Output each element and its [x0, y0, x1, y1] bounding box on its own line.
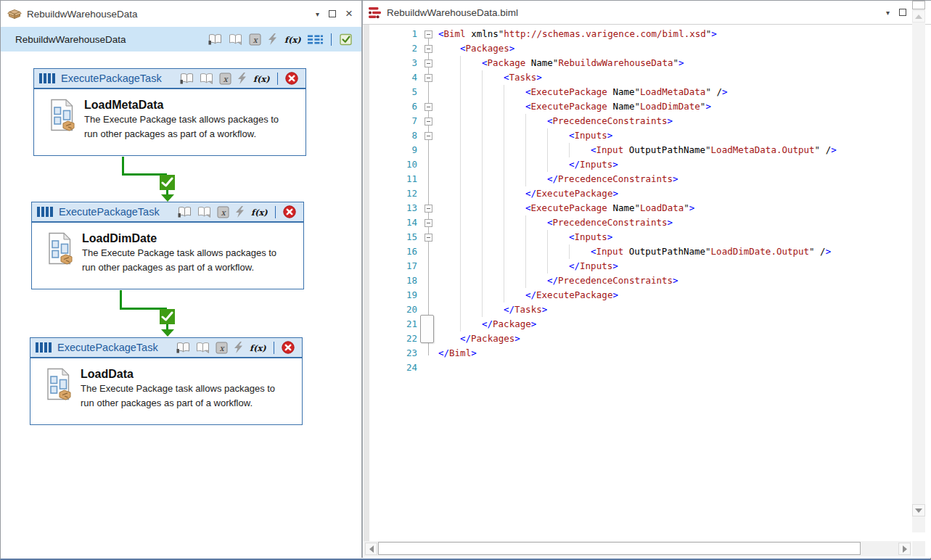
code-text[interactable]: <ExecutePackage Name"LoadData"> — [438, 201, 917, 215]
code-line[interactable]: 22</Packages> — [363, 332, 917, 346]
variable-x-icon[interactable]: x — [219, 73, 231, 85]
code-text[interactable]: <ExecutePackage Name"LoadMetaData" /> — [438, 85, 917, 99]
code-text[interactable]: <Tasks> — [438, 70, 917, 85]
code-text[interactable]: <PrecedenceConstraints> — [438, 114, 917, 128]
window-menu-icon[interactable]: ▾ — [316, 10, 319, 18]
code-line[interactable]: 2<Packages> — [363, 41, 917, 56]
code-text[interactable]: </PrecedenceConstraints> — [438, 172, 917, 186]
open-book-icon[interactable] — [208, 33, 222, 45]
delete-icon[interactable] — [282, 341, 295, 354]
code-line[interactable]: 5<ExecutePackage Name"LoadMetaData" /> — [363, 85, 917, 99]
collapse-box-icon[interactable] — [425, 30, 432, 38]
collapse-box-icon[interactable] — [425, 74, 432, 82]
splitter-handle[interactable] — [912, 1, 925, 9]
code-text[interactable]: </Package> — [438, 317, 917, 332]
delete-icon[interactable] — [283, 205, 296, 218]
code-line[interactable]: 9<Input OutputPathName"LoadMetaData.Outp… — [363, 143, 917, 157]
code-text[interactable]: </Inputs> — [438, 259, 917, 273]
code-text[interactable]: <Package Name"RebuildwWarehouseData"> — [438, 56, 917, 70]
code-line[interactable]: 11</PrecedenceConstraints> — [363, 172, 917, 186]
code-line[interactable]: 12</ExecutePackage> — [363, 186, 917, 201]
task-block-loaddata[interactable]: ExecutePackageTask x f(x) LoadData The E… — [30, 337, 303, 425]
collapse-box-icon[interactable] — [425, 234, 432, 242]
fold-margin[interactable] — [419, 41, 438, 56]
code-text[interactable]: <Inputs> — [438, 230, 917, 244]
code-text[interactable]: <ExecutePackage Name"LoadDimDate"> — [438, 99, 917, 114]
delete-icon[interactable] — [285, 72, 298, 85]
open-book-icon[interactable] — [180, 73, 194, 84]
code-line[interactable]: 10</Inputs> — [363, 157, 917, 172]
task-header[interactable]: ExecutePackageTask x f(x) — [32, 202, 303, 223]
lightning-icon[interactable] — [235, 206, 245, 218]
open-book-icon[interactable] — [176, 342, 190, 353]
fold-margin[interactable] — [419, 114, 438, 128]
fx-expression-icon[interactable]: f(x) — [249, 342, 266, 353]
vertical-scrollbar[interactable] — [912, 1, 925, 532]
collapse-box-icon[interactable] — [425, 45, 432, 53]
code-text[interactable]: </Packages> — [438, 332, 917, 346]
fold-margin[interactable] — [419, 201, 438, 215]
code-line[interactable]: 19</ExecutePackage> — [363, 288, 917, 302]
variable-x-icon[interactable]: x — [216, 342, 228, 354]
task-body[interactable]: LoadDimDate The Execute Package task all… — [32, 223, 303, 289]
code-line[interactable]: 16<Input OutputPathName"LoadDimDate.Outp… — [363, 244, 917, 259]
collapse-box-icon[interactable] — [425, 205, 432, 213]
task-block-loaddimdate[interactable]: ExecutePackageTask x f(x) LoadDimDate Th… — [31, 202, 304, 289]
code-text[interactable]: <Input OutputPathName"LoadMetaData.Outpu… — [438, 143, 917, 157]
code-line[interactable]: 6<ExecutePackage Name"LoadDimDate"> — [363, 99, 917, 114]
task-header[interactable]: ExecutePackageTask x f(x) — [34, 69, 305, 89]
variable-x-icon[interactable]: x — [249, 33, 261, 46]
horizontal-scroll-thumb[interactable] — [378, 542, 861, 555]
code-line[interactable]: 14<PrecedenceConstraints> — [363, 215, 917, 230]
drag-grip-icon[interactable] — [37, 207, 53, 217]
code-line[interactable]: 23</Biml> — [363, 346, 917, 361]
code-text[interactable]: </ExecutePackage> — [438, 186, 917, 201]
code-text[interactable]: <Input OutputPathName"LoadDimDate.Output… — [438, 244, 917, 259]
task-block-loadmetadata[interactable]: ExecutePackageTask x f(x) LoadMetaData T… — [33, 68, 306, 156]
fx-expression-icon[interactable]: f(x) — [284, 34, 301, 45]
code-line[interactable]: 1<Biml xmlns"http://schemas.varigence.co… — [363, 27, 917, 41]
scroll-left-icon[interactable] — [365, 543, 377, 555]
code-line[interactable]: 24 — [363, 361, 917, 375]
code-text[interactable]: <Packages> — [438, 41, 917, 56]
code-text[interactable]: </Biml> — [438, 346, 917, 361]
fold-margin[interactable] — [419, 56, 438, 70]
fold-margin[interactable] — [419, 230, 438, 244]
open-book-alt-icon[interactable] — [197, 206, 211, 218]
maximize-icon[interactable] — [899, 9, 906, 16]
collapse-box-icon[interactable] — [425, 103, 432, 111]
code-line[interactable]: 15<Inputs> — [363, 230, 917, 244]
code-line[interactable]: 7<PrecedenceConstraints> — [363, 114, 917, 128]
code-line[interactable]: 18</PrecedenceConstraints> — [363, 273, 917, 288]
code-text[interactable]: </PrecedenceConstraints> — [438, 273, 917, 288]
task-body[interactable]: LoadData The Execute Package task allows… — [30, 358, 302, 424]
dashed-lines-icon[interactable] — [308, 34, 323, 45]
scroll-down-icon[interactable] — [912, 504, 925, 516]
code-line[interactable]: 3<Package Name"RebuildwWarehouseData"> — [363, 56, 917, 70]
code-line[interactable]: 4<Tasks> — [363, 70, 917, 85]
code-text[interactable] — [438, 361, 917, 375]
code-text[interactable]: <Biml xmlns"http://schemas.varigence.com… — [438, 27, 917, 41]
fold-margin[interactable] — [419, 99, 438, 114]
code-text[interactable]: <PrecedenceConstraints> — [438, 215, 917, 230]
close-icon[interactable]: × — [345, 10, 353, 17]
fold-margin[interactable] — [419, 70, 438, 85]
collapse-box-icon[interactable] — [425, 219, 432, 227]
maximize-icon[interactable] — [329, 10, 336, 17]
code-line[interactable]: 8<Inputs> — [363, 128, 917, 143]
validate-check-icon[interactable] — [340, 33, 353, 46]
code-line[interactable]: 17</Inputs> — [363, 259, 917, 273]
fold-margin[interactable] — [419, 128, 438, 143]
fx-expression-icon[interactable]: f(x) — [253, 73, 270, 84]
variable-x-icon[interactable]: x — [217, 206, 229, 218]
open-book-alt-icon[interactable] — [229, 33, 242, 45]
open-book-icon[interactable] — [178, 206, 192, 218]
lightning-icon[interactable] — [234, 342, 243, 354]
drag-grip-icon[interactable] — [39, 73, 55, 83]
task-body[interactable]: LoadMetaData The Execute Package task al… — [34, 89, 305, 155]
fold-margin[interactable] — [419, 27, 438, 41]
open-book-alt-icon[interactable] — [196, 342, 210, 353]
code-text[interactable]: <Inputs> — [438, 128, 917, 143]
fx-expression-icon[interactable]: f(x) — [250, 207, 268, 218]
lightning-icon[interactable] — [268, 33, 277, 46]
